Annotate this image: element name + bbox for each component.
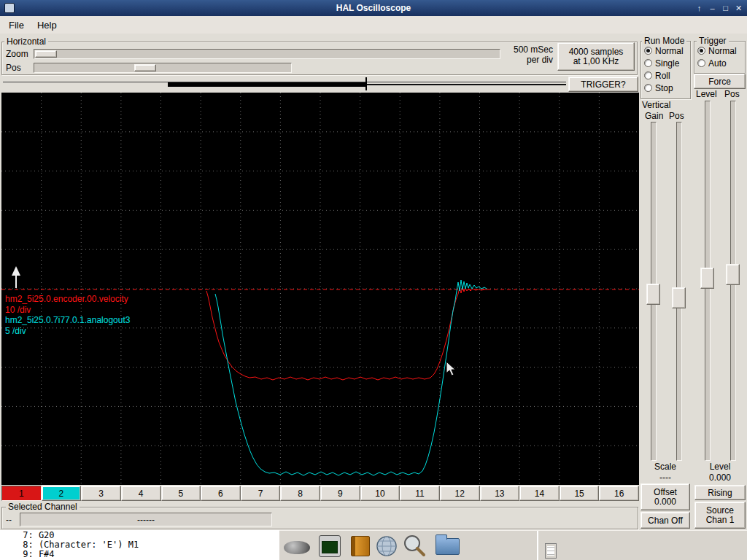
- trigger-pos-slider-handle[interactable]: [726, 264, 740, 285]
- address-book-icon[interactable]: [351, 536, 370, 556]
- trace-channel2: [215, 280, 487, 475]
- zoom-slider[interactable]: [34, 49, 500, 59]
- web-browser-icon[interactable]: [376, 535, 398, 557]
- channel1-signal-name: hm2_5i25.0.encoder.00.velocity: [5, 294, 128, 304]
- channel-button-14[interactable]: 14: [519, 486, 560, 501]
- channel-button-1[interactable]: 1: [1, 486, 42, 501]
- pos-slider-handle[interactable]: [134, 64, 156, 71]
- channel-button-5[interactable]: 5: [161, 486, 201, 501]
- zoom-slider-handle[interactable]: [35, 50, 57, 58]
- trigger-level-readout-label: Level: [694, 462, 746, 472]
- trigger-source-button[interactable]: Source Chan 1: [694, 502, 746, 529]
- radio-runmode-normal[interactable]: Normal: [644, 44, 689, 57]
- radio-runmode-roll[interactable]: Roll: [644, 69, 689, 82]
- menubar: FileHelp: [0, 16, 747, 34]
- menu-item-file[interactable]: File: [3, 18, 30, 33]
- channel-button-6[interactable]: 6: [201, 486, 241, 501]
- radio-indicator-icon: [644, 84, 652, 92]
- channel-button-7[interactable]: 7: [241, 486, 281, 501]
- trigger-frame-label: Trigger: [697, 36, 729, 46]
- force-button[interactable]: Force: [694, 74, 746, 89]
- minimize-button[interactable]: –: [706, 2, 719, 14]
- per-div-unit: per div: [502, 55, 553, 65]
- pos-label: Pos: [6, 63, 21, 73]
- vertical-gain-slider-handle[interactable]: [646, 284, 660, 305]
- window-title: HAL Oscilloscope: [0, 0, 747, 16]
- file-manager-icon[interactable]: [436, 538, 460, 555]
- trigger-source-line1: Source: [706, 506, 734, 516]
- channel-button-15[interactable]: 15: [560, 486, 600, 501]
- radio-label: Single: [655, 58, 679, 69]
- menu-item-help[interactable]: Help: [31, 18, 63, 33]
- document-icon[interactable]: [545, 543, 557, 559]
- run-mode-options: NormalSingleRollStop: [644, 44, 689, 94]
- selected-channel-frame-label: Selected Channel: [6, 502, 80, 512]
- offset-button[interactable]: Offset 0.000: [640, 483, 690, 510]
- gcode-listing: 7: G20 8: (Character: 'E') M1 9: F#4: [0, 530, 279, 560]
- radio-indicator-icon: [644, 47, 652, 55]
- trigger-pos-label: Pos: [724, 89, 740, 99]
- radio-indicator-icon: [697, 47, 705, 55]
- hal-oscilloscope-window: HAL Oscilloscope ↑–□✕ FileHelp Horizonta…: [0, 0, 747, 560]
- trigger-options: NormalAuto: [697, 44, 743, 69]
- channel-button-9[interactable]: 9: [320, 486, 360, 501]
- trigger-edge-button[interactable]: Rising: [694, 485, 746, 500]
- per-div-value: 500 mSec: [502, 44, 553, 55]
- chan-off-button[interactable]: Chan Off: [640, 512, 690, 529]
- terminal-screen: [322, 541, 338, 553]
- close-button[interactable]: ✕: [732, 2, 745, 14]
- titlebar[interactable]: HAL Oscilloscope ↑–□✕: [0, 0, 747, 16]
- vertical-pos-slider-handle[interactable]: [672, 287, 686, 308]
- channel-button-12[interactable]: 12: [440, 486, 480, 501]
- selected-channel-number: --: [6, 515, 12, 525]
- radio-label: Auto: [708, 58, 727, 69]
- trigger-level-slider-handle[interactable]: [700, 268, 714, 289]
- trigger-position-marker: [365, 77, 367, 90]
- radio-label: Stop: [655, 83, 673, 93]
- scope-display: hm2_5i25.0.encoder.00.velocity 10 /div h…: [1, 93, 639, 485]
- trigger-source-line2: Chan 1: [706, 516, 735, 525]
- samples-count: 4000 samples: [569, 47, 624, 57]
- vertical-pos-label: Pos: [669, 111, 684, 121]
- radio-trigger-auto[interactable]: Auto: [697, 57, 743, 69]
- channel-button-row: 12345678910111213141516: [1, 486, 639, 501]
- drive-icon[interactable]: [284, 541, 310, 554]
- channel-button-16[interactable]: 16: [599, 486, 639, 501]
- radio-runmode-single[interactable]: Single: [644, 57, 689, 69]
- radio-trigger-normal[interactable]: Normal: [697, 44, 743, 57]
- search-icon[interactable]: [403, 534, 426, 557]
- offset-line1: Offset: [654, 488, 677, 497]
- zoom-label: Zoom: [6, 49, 28, 59]
- offset-line2: 0.000: [654, 497, 676, 507]
- terminal-icon[interactable]: [319, 535, 341, 557]
- trigger-level-readout-value: 0.000: [694, 472, 746, 483]
- scale-readout-label: Scale: [640, 462, 690, 472]
- selected-channel-name: ------: [20, 513, 272, 526]
- vertical-label: Vertical: [642, 100, 670, 110]
- maximize-button[interactable]: □: [719, 2, 732, 14]
- channel-button-13[interactable]: 13: [480, 486, 520, 501]
- channel-button-8[interactable]: 8: [280, 486, 320, 501]
- channel-button-11[interactable]: 11: [400, 486, 440, 501]
- horizontal-frame-label: Horizontal: [4, 36, 48, 47]
- record-position-bar: [168, 82, 367, 87]
- radio-label: Roll: [655, 71, 670, 81]
- rollup-button[interactable]: ↑: [693, 2, 705, 14]
- channel-button-10[interactable]: 10: [360, 486, 400, 501]
- run-mode-frame-label: Run Mode: [642, 36, 686, 46]
- samples-button[interactable]: 4000 samples at 1,00 KHz: [557, 42, 635, 71]
- window-controls: ↑–□✕: [693, 0, 745, 16]
- radio-indicator-icon: [644, 59, 652, 67]
- channel-button-3[interactable]: 3: [81, 486, 121, 501]
- taskbar-separator: [537, 531, 538, 560]
- radio-runmode-stop[interactable]: Stop: [644, 82, 689, 94]
- radio-indicator-icon: [644, 71, 652, 79]
- per-div-readout: 500 mSec per div: [502, 44, 553, 65]
- pos-slider[interactable]: [34, 63, 292, 73]
- channel2-scale: 5 /div: [5, 326, 26, 336]
- channel-button-4[interactable]: 4: [121, 486, 161, 501]
- marker-arrow-head-icon: [12, 266, 20, 276]
- trigger-status-button[interactable]: TRIGGER?: [568, 77, 638, 92]
- trigger-level-label: Level: [696, 89, 717, 99]
- channel-button-2[interactable]: 2: [42, 486, 82, 501]
